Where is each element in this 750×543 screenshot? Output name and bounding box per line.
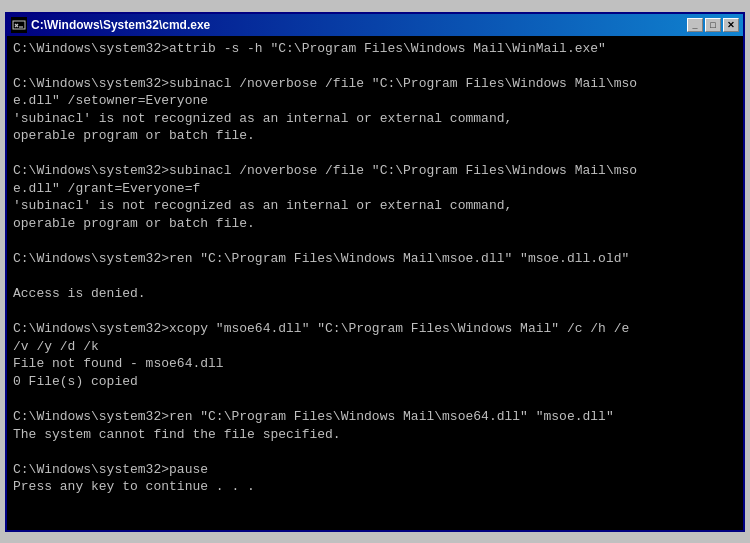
terminal-line: Access is denied. xyxy=(13,285,737,303)
terminal-line xyxy=(13,443,737,461)
terminal-line: The system cannot find the file specifie… xyxy=(13,426,737,444)
terminal-body: C:\Windows\system32>attrib -s -h "C:\Pro… xyxy=(7,36,743,530)
terminal-line xyxy=(13,145,737,163)
window-title: C:\Windows\System32\cmd.exe xyxy=(31,18,210,32)
terminal-output: C:\Windows\system32>attrib -s -h "C:\Pro… xyxy=(13,40,737,496)
terminal-line: C:\Windows\system32>xcopy "msoe64.dll" "… xyxy=(13,320,737,338)
terminal-line: C:\Windows\system32>pause xyxy=(13,461,737,479)
terminal-line: C:\Windows\system32>attrib -s -h "C:\Pro… xyxy=(13,40,737,58)
svg-rect-0 xyxy=(13,21,25,29)
terminal-line: File not found - msoe64.dll xyxy=(13,355,737,373)
close-button[interactable]: ✕ xyxy=(723,18,739,32)
minimize-button[interactable]: _ xyxy=(687,18,703,32)
terminal-line xyxy=(13,57,737,75)
title-bar-left: C:\Windows\System32\cmd.exe xyxy=(11,17,210,33)
terminal-line: 'subinacl' is not recognized as an inter… xyxy=(13,197,737,215)
maximize-button[interactable]: □ xyxy=(705,18,721,32)
terminal-line: 0 File(s) copied xyxy=(13,373,737,391)
title-bar: C:\Windows\System32\cmd.exe _ □ ✕ xyxy=(7,14,743,36)
terminal-line: Press any key to continue . . . xyxy=(13,478,737,496)
terminal-line xyxy=(13,390,737,408)
terminal-line: /v /y /d /k xyxy=(13,338,737,356)
cmd-icon xyxy=(11,17,27,33)
terminal-line: operable program or batch file. xyxy=(13,215,737,233)
terminal-line xyxy=(13,233,737,251)
terminal-line xyxy=(13,268,737,286)
terminal-line: C:\Windows\system32>ren "C:\Program File… xyxy=(13,250,737,268)
cmd-window: C:\Windows\System32\cmd.exe _ □ ✕ C:\Win… xyxy=(5,12,745,532)
terminal-line: C:\Windows\system32>subinacl /noverbose … xyxy=(13,162,737,180)
terminal-line: e.dll" /setowner=Everyone xyxy=(13,92,737,110)
terminal-line: e.dll" /grant=Everyone=f xyxy=(13,180,737,198)
terminal-line xyxy=(13,303,737,321)
terminal-line: C:\Windows\system32>ren "C:\Program File… xyxy=(13,408,737,426)
terminal-line: 'subinacl' is not recognized as an inter… xyxy=(13,110,737,128)
title-bar-buttons: _ □ ✕ xyxy=(687,18,739,32)
terminal-line: C:\Windows\system32>subinacl /noverbose … xyxy=(13,75,737,93)
terminal-line: operable program or batch file. xyxy=(13,127,737,145)
